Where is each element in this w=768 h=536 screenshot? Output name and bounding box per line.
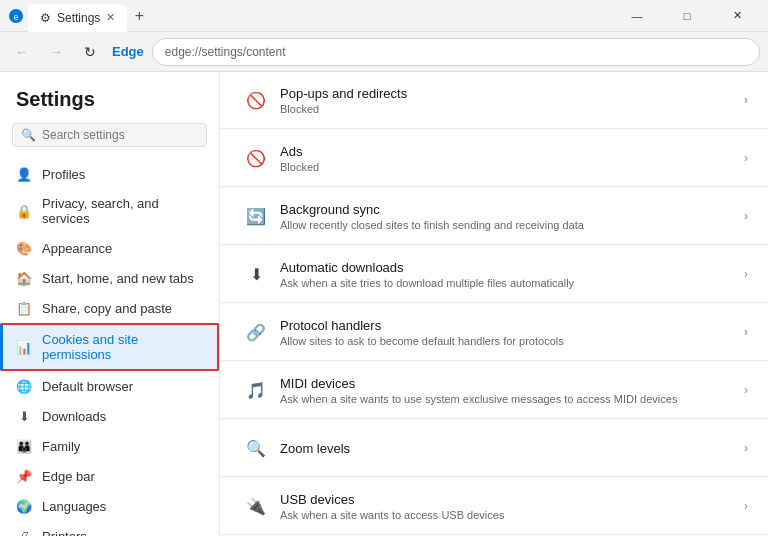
ads-desc: Blocked <box>280 161 736 173</box>
minimize-button[interactable]: — <box>614 0 660 32</box>
sidebar-item-share-copy[interactable]: 📋 Share, copy and paste <box>0 293 219 323</box>
content-area: 🚫 Pop-ups and redirects Blocked › 🚫 Ads … <box>220 72 768 536</box>
titlebar: e ⚙ Settings ✕ + — □ ✕ <box>0 0 768 32</box>
settings-tab[interactable]: ⚙ Settings ✕ <box>28 4 127 32</box>
privacy-icon: 🔒 <box>16 203 32 219</box>
cookies-icon: 📊 <box>16 339 32 355</box>
edge-logo: Edge <box>112 44 144 59</box>
sidebar-item-family[interactable]: 👪 Family <box>0 431 219 461</box>
downloads-icon: ⬇ <box>16 408 32 424</box>
new-tab-button[interactable]: + <box>127 4 151 28</box>
zoom-icon: 🔍 <box>240 432 272 464</box>
url-bar[interactable]: edge://settings/content <box>152 38 760 66</box>
ads-chevron: › <box>744 151 748 165</box>
sidebar-item-default-browser[interactable]: 🌐 Default browser <box>0 371 219 401</box>
back-button[interactable]: ← <box>8 38 36 66</box>
tab-close-button[interactable]: ✕ <box>106 11 115 24</box>
zoom-title: Zoom levels <box>280 441 736 456</box>
addressbar: ← → ↻ Edge edge://settings/content <box>0 32 768 72</box>
setting-item-background-sync[interactable]: 🔄 Background sync Allow recently closed … <box>220 188 768 245</box>
search-box[interactable]: 🔍 <box>12 123 207 147</box>
sidebar-item-printers[interactable]: 🖨 Printers <box>0 521 219 536</box>
setting-item-popups[interactable]: 🚫 Pop-ups and redirects Blocked › <box>220 72 768 129</box>
url-text: edge://settings/content <box>165 45 286 59</box>
protocol-desc: Allow sites to ask to become default han… <box>280 335 736 347</box>
settings-title: Settings <box>0 88 219 123</box>
sidebar-label-family: Family <box>42 439 80 454</box>
background-sync-chevron: › <box>744 209 748 223</box>
sidebar-item-edge-bar[interactable]: 📌 Edge bar <box>0 461 219 491</box>
auto-downloads-desc: Ask when a site tries to download multip… <box>280 277 736 289</box>
setting-item-usb[interactable]: 🔌 USB devices Ask when a site wants to a… <box>220 478 768 535</box>
setting-item-zoom[interactable]: 🔍 Zoom levels › <box>220 420 768 477</box>
profiles-icon: 👤 <box>16 166 32 182</box>
midi-title: MIDI devices <box>280 376 736 391</box>
popups-title: Pop-ups and redirects <box>280 86 736 101</box>
maximize-button[interactable]: □ <box>664 0 710 32</box>
search-input[interactable] <box>42 128 198 142</box>
auto-downloads-icon: ⬇ <box>240 258 272 290</box>
sidebar-label-edge-bar: Edge bar <box>42 469 95 484</box>
ads-text: Ads Blocked <box>272 144 744 173</box>
protocol-chevron: › <box>744 325 748 339</box>
popups-desc: Blocked <box>280 103 736 115</box>
usb-chevron: › <box>744 499 748 513</box>
popups-icon: 🚫 <box>240 84 272 116</box>
setting-item-protocol[interactable]: 🔗 Protocol handlers Allow sites to ask t… <box>220 304 768 361</box>
auto-downloads-text: Automatic downloads Ask when a site trie… <box>272 260 744 289</box>
search-icon: 🔍 <box>21 128 36 142</box>
share-copy-icon: 📋 <box>16 300 32 316</box>
printers-icon: 🖨 <box>16 528 32 536</box>
sidebar-item-start-home[interactable]: 🏠 Start, home, and new tabs <box>0 263 219 293</box>
close-button[interactable]: ✕ <box>714 0 760 32</box>
setting-item-midi[interactable]: 🎵 MIDI devices Ask when a site wants to … <box>220 362 768 419</box>
forward-button[interactable]: → <box>42 38 70 66</box>
popups-text: Pop-ups and redirects Blocked <box>272 86 744 115</box>
auto-downloads-chevron: › <box>744 267 748 281</box>
sidebar-label-profiles: Profiles <box>42 167 85 182</box>
start-home-icon: 🏠 <box>16 270 32 286</box>
tab-title: Settings <box>57 11 100 25</box>
window-controls: — □ ✕ <box>614 0 760 32</box>
background-sync-title: Background sync <box>280 202 736 217</box>
sidebar-item-languages[interactable]: 🌍 Languages <box>0 491 219 521</box>
tab-icon: ⚙ <box>40 11 51 25</box>
sidebar-label-share-copy: Share, copy and paste <box>42 301 172 316</box>
ads-title: Ads <box>280 144 736 159</box>
setting-item-auto-downloads[interactable]: ⬇ Automatic downloads Ask when a site tr… <box>220 246 768 303</box>
sidebar-item-appearance[interactable]: 🎨 Appearance <box>0 233 219 263</box>
ads-icon: 🚫 <box>240 142 272 174</box>
background-sync-text: Background sync Allow recently closed si… <box>272 202 744 231</box>
usb-icon: 🔌 <box>240 490 272 522</box>
sidebar-item-profiles[interactable]: 👤 Profiles <box>0 159 219 189</box>
usb-title: USB devices <box>280 492 736 507</box>
sidebar-label-default-browser: Default browser <box>42 379 133 394</box>
protocol-title: Protocol handlers <box>280 318 736 333</box>
sidebar-label-printers: Printers <box>42 529 87 537</box>
sidebar-label-start-home: Start, home, and new tabs <box>42 271 194 286</box>
usb-desc: Ask when a site wants to access USB devi… <box>280 509 736 521</box>
default-browser-icon: 🌐 <box>16 378 32 394</box>
sidebar-label-appearance: Appearance <box>42 241 112 256</box>
sidebar-item-privacy[interactable]: 🔒 Privacy, search, and services <box>0 189 219 233</box>
appearance-icon: 🎨 <box>16 240 32 256</box>
browser-icon: e <box>8 8 24 24</box>
auto-downloads-title: Automatic downloads <box>280 260 736 275</box>
midi-icon: 🎵 <box>240 374 272 406</box>
protocol-text: Protocol handlers Allow sites to ask to … <box>272 318 744 347</box>
setting-item-ads[interactable]: 🚫 Ads Blocked › <box>220 130 768 187</box>
sidebar-label-downloads: Downloads <box>42 409 106 424</box>
refresh-button[interactable]: ↻ <box>76 38 104 66</box>
languages-icon: 🌍 <box>16 498 32 514</box>
usb-text: USB devices Ask when a site wants to acc… <box>272 492 744 521</box>
popups-chevron: › <box>744 93 748 107</box>
midi-chevron: › <box>744 383 748 397</box>
svg-text:e: e <box>13 12 18 22</box>
protocol-icon: 🔗 <box>240 316 272 348</box>
sidebar-item-cookies[interactable]: 📊 Cookies and site permissions <box>0 323 219 371</box>
background-sync-icon: 🔄 <box>240 200 272 232</box>
sidebar-item-downloads[interactable]: ⬇ Downloads <box>0 401 219 431</box>
midi-text: MIDI devices Ask when a site wants to us… <box>272 376 744 405</box>
sidebar-label-cookies: Cookies and site permissions <box>42 332 201 362</box>
midi-desc: Ask when a site wants to use system excl… <box>280 393 736 405</box>
